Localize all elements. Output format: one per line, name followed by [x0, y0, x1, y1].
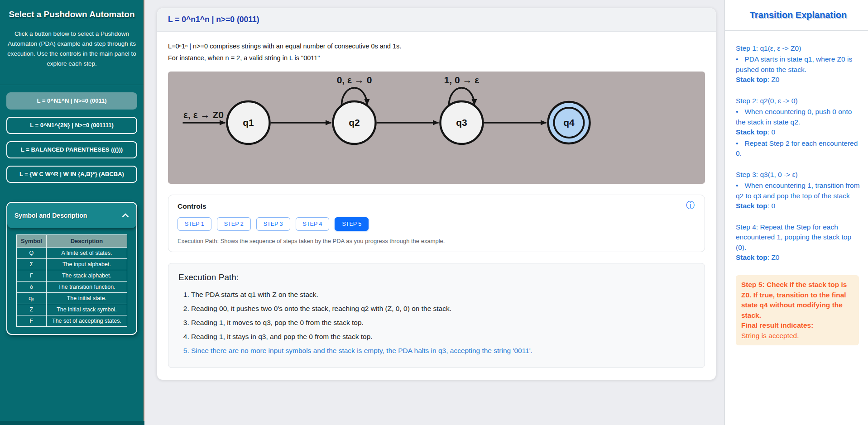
symbol-cell: F	[17, 315, 47, 327]
description-cell: The stack alphabet.	[46, 270, 127, 282]
step-1-button[interactable]: STEP 1	[177, 217, 211, 231]
description-cell: The input alphabet.	[46, 259, 127, 270]
execution-path-panel: Execution Path: The PDA starts at q1 wit…	[168, 263, 705, 368]
controls-panel: Controls ⓘ STEP 1 STEP 2 STEP 3 STEP 4 S…	[168, 195, 705, 252]
explanation-step-5-highlight: Step 5: Check if the stack top is Z0. If…	[736, 275, 859, 345]
pda-description-line2: For instance, when n = 2, a valid string…	[168, 54, 705, 62]
step-4-button[interactable]: STEP 4	[296, 217, 330, 231]
stack-top-value: : 0	[767, 128, 775, 136]
explanation-bullet: When encountering 0, push 0 onto the sta…	[736, 107, 861, 127]
symbol-description-panel: Symbol and Description Symbol Descriptio…	[6, 202, 137, 335]
explanation-step-4-header: Step 4: Repeat the Step for each encount…	[736, 222, 861, 253]
explanation-step-4: Step 4: Repeat the Step for each encount…	[736, 222, 861, 263]
stack-top-label: Stack top	[736, 76, 767, 83]
table-row: q₀The initial state.	[17, 293, 127, 304]
table-row: FThe set of accepting states.	[17, 315, 127, 327]
symbol-column-header: Symbol	[17, 235, 47, 248]
transition-explanation-content: Step 1: q1(ε, ε -> Z0) PDA starts in sta…	[736, 43, 861, 345]
final-result-value: String is accepted.	[741, 331, 854, 341]
symbol-cell: Σ	[17, 259, 47, 270]
start-transition-label: ε, ε → Z0	[183, 110, 224, 120]
execution-step-item: The PDA starts at q1 with Z on the stack…	[191, 291, 695, 299]
transition-label-q2-loop: 0, ε → 0	[337, 75, 372, 85]
symbol-panel-title: Symbol and Description	[14, 212, 87, 219]
symbol-panel-header-toggle[interactable]: Symbol and Description	[7, 203, 136, 228]
state-label-q2: q2	[349, 117, 360, 128]
explanation-step-2: Step 2: q2(0, ε -> 0) When encountering …	[736, 96, 861, 159]
explanation-bullet: When encountering 1, transition from q2 …	[736, 181, 861, 201]
pda-button-balanced-parentheses[interactable]: L = BALANCED PARENTHESES ((()))	[6, 141, 137, 158]
app-root: Select a Pushdown Automaton Click a butt…	[0, 0, 868, 425]
explanation-step-2-header: Step 2: q2(0, ε -> 0)	[736, 96, 861, 106]
sidebar-horizontal-scrollbar[interactable]	[0, 421, 144, 425]
execution-path-list: The PDA starts at q1 with Z on the stack…	[179, 291, 695, 355]
pda-description-line1: L=0ⁿ1ⁿ | n>=0 comprises strings with an …	[168, 43, 705, 50]
info-icon[interactable]: ⓘ	[686, 201, 695, 210]
transition-label-q3-loop: 1, 0 → ε	[444, 75, 480, 85]
stack-top-line: Stack top: Z0	[736, 75, 861, 85]
description-column-header: Description	[46, 235, 127, 248]
sidebar: Select a Pushdown Automaton Click a butt…	[0, 0, 144, 425]
execution-step-item-current: Since there are no more input symbols an…	[191, 347, 695, 355]
description-cell: The initial stack symbol.	[46, 304, 127, 315]
step-5-button[interactable]: STEP 5	[335, 217, 369, 231]
state-label-q1: q1	[243, 117, 254, 128]
pda-card-header: L = 0^n1^n | n>=0 (0011)	[157, 8, 716, 32]
sidebar-divider	[0, 85, 144, 85]
explanation-step-3: Step 3: q3(1, 0 -> ε) When encountering …	[736, 170, 861, 211]
stack-top-line: Stack top: 0	[736, 127, 861, 137]
controls-caption: Execution Path: Shows the sequence of st…	[177, 238, 695, 244]
explanation-bullet: Repeat Step 2 for each encountered 0.	[736, 138, 861, 159]
stack-top-label: Stack top	[736, 202, 767, 210]
table-row: δThe transition function.	[17, 282, 127, 293]
sidebar-title: Select a Pushdown Automaton	[6, 8, 137, 21]
explanation-step-1: Step 1: q1(ε, ε -> Z0) PDA starts in sta…	[736, 43, 861, 85]
state-diagram: ε, ε → Z0 0, ε → 0 1, 0 → ε q1 q2 q3 q4	[168, 72, 705, 184]
description-cell: The transition function.	[46, 282, 127, 293]
explanation-step-1-header: Step 1: q1(ε, ε -> Z0)	[736, 43, 861, 53]
pda-button-0n1n[interactable]: L = 0^N1^N | N>=0 (0011)	[6, 92, 137, 110]
pda-title: L = 0^n1^n | n>=0 (0011)	[168, 15, 705, 24]
table-row: ΓThe stack alphabet.	[17, 270, 127, 282]
state-diagram-svg: ε, ε → Z0 0, ε → 0 1, 0 → ε q1 q2 q3 q4	[168, 72, 705, 184]
table-row: ZThe initial stack symbol.	[17, 304, 127, 315]
execution-step-item: Reading 1, it moves to q3, pop the 0 fro…	[191, 319, 695, 327]
stack-top-value: : 0	[767, 202, 775, 210]
symbol-cell: Q	[17, 248, 47, 259]
stack-top-label: Stack top	[736, 253, 767, 261]
description-cell: The initial state.	[46, 293, 127, 304]
stack-top-line: Stack top: Z0	[736, 253, 861, 263]
description-cell: A finite set of states.	[46, 248, 127, 259]
step-3-button[interactable]: STEP 3	[256, 217, 290, 231]
final-result-label: Final result indicates:	[741, 320, 854, 330]
stack-top-label: Stack top	[736, 128, 767, 136]
transition-explanation-title: Transition Explanation	[736, 10, 861, 20]
pda-button-0n1-2n[interactable]: L = 0^N1^{2N} | N>=0 (001111)	[6, 117, 137, 134]
state-label-q4: q4	[563, 117, 575, 128]
title-divider	[725, 30, 868, 31]
step-button-row: STEP 1 STEP 2 STEP 3 STEP 4 STEP 5	[177, 217, 695, 231]
sidebar-description: Click a button below to select a Pushdow…	[6, 29, 137, 69]
execution-step-item: Reading 00, it pushes two 0's onto the s…	[191, 305, 695, 313]
explanation-bullet: PDA starts in state q1, where Z0 is push…	[736, 54, 861, 75]
stack-top-value: : Z0	[767, 253, 780, 261]
symbol-cell: q₀	[17, 293, 47, 304]
execution-step-item: Reading 1, it stays in q3, and pop the 0…	[191, 333, 695, 341]
step-2-button[interactable]: STEP 2	[217, 217, 251, 231]
transition-explanation-panel: Transition Explanation Step 1: q1(ε, ε -…	[724, 0, 868, 425]
main-panel: L = 0^n1^n | n>=0 (0011) L=0ⁿ1ⁿ | n>=0 c…	[144, 0, 724, 425]
symbol-cell: Γ	[17, 270, 47, 282]
symbol-cell: δ	[17, 282, 47, 293]
chevron-up-icon	[122, 213, 129, 218]
explanation-step-3-header: Step 3: q3(1, 0 -> ε)	[736, 170, 861, 180]
pda-button-wcwr[interactable]: L = {W C W^R | W IN {A,B}*} (ABCBA)	[6, 166, 137, 183]
table-row: ΣThe input alphabet.	[17, 259, 127, 270]
state-label-q3: q3	[456, 117, 467, 128]
execution-path-heading: Execution Path:	[178, 272, 695, 282]
description-cell: The set of accepting states.	[46, 315, 127, 327]
symbol-table-wrap: Symbol Description QA finite set of stat…	[7, 228, 136, 334]
stack-top-line: Stack top: 0	[736, 201, 861, 211]
symbol-cell: Z	[17, 304, 47, 315]
pda-card: L = 0^n1^n | n>=0 (0011) L=0ⁿ1ⁿ | n>=0 c…	[157, 8, 716, 380]
table-row: QA finite set of states.	[17, 248, 127, 259]
